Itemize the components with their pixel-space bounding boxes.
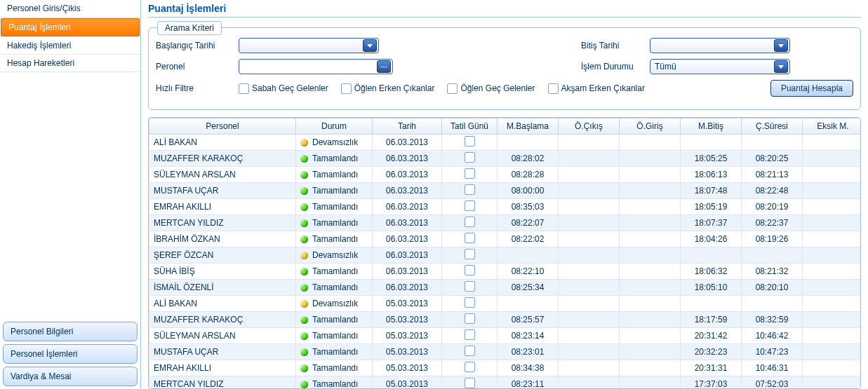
table-row[interactable]: MUZAFFER KARAKOÇTamamlandı06.03.201308:2…: [149, 151, 862, 167]
status-dot-icon: [300, 300, 308, 308]
checkbox-icon[interactable]: [465, 329, 475, 340]
cell-mbitis: 20:31:31: [681, 360, 742, 376]
end-date-combo[interactable]: [650, 38, 790, 53]
accordion-header[interactable]: Vardiya & Mesai: [3, 367, 138, 386]
cell-eksik: [803, 328, 862, 344]
status-dot-icon: [300, 364, 308, 372]
cell-durum: Tamamlandı: [296, 360, 373, 376]
cell-eksik: [803, 199, 862, 215]
table-row[interactable]: SÜLEYMAN ARSLANTamamlandı06.03.201308:28…: [149, 167, 862, 183]
quick-filter-checkbox[interactable]: Sabah Geç Gelenler: [239, 83, 328, 94]
checkbox-icon[interactable]: [465, 281, 475, 292]
table-row[interactable]: SÜHA İBİŞTamamlandı06.03.201308:22:1018:…: [149, 264, 862, 280]
chevron-down-icon[interactable]: [363, 39, 377, 52]
cell-ocikis: [559, 360, 620, 376]
cell-mbitis: 18:06:32: [681, 264, 742, 280]
cell-tatil: [442, 360, 498, 376]
cell-mbitis: 18:05:10: [681, 280, 742, 296]
cell-durum: Tamamlandı: [296, 215, 373, 231]
status-dot-icon: [300, 284, 308, 292]
cell-ogiris: [620, 328, 681, 344]
table-row[interactable]: ŞEREF ÖZCANDevamsızlık06.03.2013: [149, 247, 862, 264]
cell-tarih: 06.03.2013: [373, 135, 442, 151]
column-header[interactable]: M.Bitiş: [681, 118, 742, 135]
cell-mbitis: [681, 247, 742, 264]
start-date-combo[interactable]: [239, 38, 379, 53]
cell-csuresi: 07:52:03: [742, 376, 803, 390]
cell-ogiris: [620, 199, 681, 215]
column-header[interactable]: Personel: [149, 118, 296, 135]
checkbox-icon[interactable]: [465, 200, 475, 211]
checkbox-icon[interactable]: [465, 265, 475, 275]
cell-durum: Tamamlandı: [296, 183, 373, 199]
checkbox-icon[interactable]: [465, 313, 475, 324]
status-value: Tümü: [655, 62, 676, 71]
table-row[interactable]: MERTCAN YILDIZTamamlandı05.03.201308:23:…: [149, 376, 862, 390]
checkbox-icon[interactable]: [465, 233, 475, 243]
cell-eksik: [803, 296, 862, 312]
table-row[interactable]: ALİ BAKANDevamsızlık06.03.2013: [149, 135, 862, 151]
criteria-row-filters: Hızlı Filtre Sabah Geç GelenlerÖğlen Erk…: [156, 80, 853, 97]
column-header[interactable]: Tarih: [373, 118, 442, 135]
checkbox-icon[interactable]: [465, 168, 475, 179]
checkbox-icon: [239, 83, 249, 94]
sidebar-accordion: Personel BilgileriPersonel İşlemleriVard…: [0, 319, 140, 389]
table-row[interactable]: MUZAFFER KARAKOÇTamamlandı05.03.201308:2…: [149, 312, 862, 328]
chevron-down-icon[interactable]: [774, 39, 788, 52]
cell-durum: Tamamlandı: [296, 376, 373, 390]
quick-filter-checkbox[interactable]: Öğlen Geç Gelenler: [447, 83, 535, 94]
table-row[interactable]: İBRAHİM ÖZKANTamamlandı06.03.201308:22:0…: [149, 231, 862, 247]
calculate-button[interactable]: Puantaj Hesapla: [770, 80, 853, 97]
checkbox-icon[interactable]: [465, 217, 475, 227]
personel-picker[interactable]: ⋯: [239, 59, 393, 74]
table-row[interactable]: MUSTAFA UÇARTamamlandı05.03.201308:23:01…: [149, 344, 862, 360]
sidebar-item[interactable]: Hakediş İşlemleri: [0, 37, 140, 55]
sidebar-item[interactable]: Personel Giris/Çikis: [0, 0, 140, 18]
cell-eksik: [803, 312, 862, 328]
accordion-header[interactable]: Personel Bilgileri: [3, 322, 138, 341]
table-row[interactable]: MERTCAN YILDIZTamamlandı06.03.201308:22:…: [149, 215, 862, 231]
accordion-header[interactable]: Personel İşlemleri: [3, 344, 138, 364]
cell-csuresi: 08:20:25: [742, 151, 803, 167]
cell-csuresi: 08:21:13: [742, 167, 803, 183]
quick-filter-checkbox[interactable]: Akşam Erken Çıkanlar: [548, 83, 645, 94]
column-header[interactable]: M.Başlama: [498, 118, 559, 135]
checkbox-icon[interactable]: [465, 249, 475, 259]
checkbox-icon[interactable]: [465, 152, 475, 163]
column-header[interactable]: Ö.Çıkış: [559, 118, 620, 135]
status-dot-icon: [300, 203, 308, 211]
checkbox-icon[interactable]: [465, 297, 475, 308]
column-header[interactable]: Durum: [296, 118, 373, 135]
column-header[interactable]: Eksik M.: [803, 118, 862, 135]
table-row[interactable]: SÜLEYMAN ARSLANTamamlandı05.03.201308:23…: [149, 328, 862, 344]
table-row[interactable]: İSMAİL ÖZENLİTamamlandı06.03.201308:25:3…: [149, 280, 862, 296]
cell-durum: Devamsızlık: [296, 247, 373, 264]
column-header[interactable]: Ç.Süresi: [742, 118, 803, 135]
column-header[interactable]: Tatil Günü: [442, 118, 498, 135]
cell-eksik: [803, 264, 862, 280]
table-row[interactable]: ALİ BAKANDevamsızlık05.03.2013: [149, 296, 862, 312]
status-dot-icon: [300, 171, 308, 179]
checkbox-icon[interactable]: [465, 346, 475, 356]
cell-tatil: [442, 199, 498, 215]
column-header[interactable]: Ö.Giriş: [620, 118, 681, 135]
table-row[interactable]: EMRAH AKILLITamamlandı05.03.201308:34:38…: [149, 360, 862, 376]
checkbox-icon[interactable]: [465, 136, 475, 146]
cell-mbaslama: 08:22:07: [498, 215, 559, 231]
cell-personel: MERTCAN YILDIZ: [149, 376, 296, 390]
checkbox-icon[interactable]: [465, 362, 475, 372]
chevron-down-icon[interactable]: [774, 60, 788, 73]
cell-mbitis: 18:17:59: [681, 312, 742, 328]
table-row[interactable]: MUSTAFA UÇARTamamlandı06.03.201308:00:00…: [149, 183, 862, 199]
checkbox-icon[interactable]: [465, 184, 475, 195]
sidebar-item[interactable]: Hesap Hareketleri: [0, 55, 140, 72]
sidebar-item[interactable]: Puantaj İşlemleri: [1, 18, 140, 36]
cell-eksik: [803, 167, 862, 183]
table-row[interactable]: EMRAH AKILLITamamlandı06.03.201308:35:03…: [149, 199, 862, 215]
checkbox-icon[interactable]: [465, 378, 475, 388]
ellipsis-icon[interactable]: ⋯: [377, 60, 391, 73]
status-combo[interactable]: Tümü: [650, 59, 790, 74]
cell-personel: MUZAFFER KARAKOÇ: [149, 151, 296, 167]
cell-ogiris: [620, 231, 681, 247]
quick-filter-checkbox[interactable]: Öğlen Erken Çıkanlar: [341, 83, 435, 94]
